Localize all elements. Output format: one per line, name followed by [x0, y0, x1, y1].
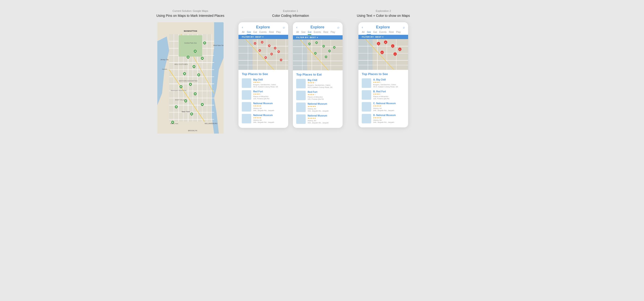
google-map-panel: Central Park Zoo MANHATTAN Jersey City W…: [157, 22, 224, 134]
phone-map-1: [238, 39, 288, 70]
page-container: Current Solution: Google Maps Using Pins…: [156, 10, 488, 134]
place-item-2-3: National Museum ★★★★★ History, Art 34A, …: [293, 101, 342, 113]
place-info-3-2: B. Red Fort ★★★★★ Places of Attraction 1…: [373, 90, 405, 100]
svg-point-106: [269, 45, 270, 46]
svg-point-112: [259, 50, 260, 51]
stars-1-4: ★★★★★: [253, 117, 285, 119]
svg-point-118: [278, 51, 279, 52]
svg-text:D: D: [399, 49, 400, 50]
nav-see-1[interactable]: See: [247, 31, 251, 35]
nav-eat-2[interactable]: Eat: [308, 31, 311, 35]
list-header-1: Top Places to See: [238, 70, 288, 77]
place-info-3-1: A. Big Chill ★★★★★ Burgers, Sandwiches, …: [373, 78, 405, 88]
place-info-1-2: Red Fort ★★★★★ Places of Attraction 120,…: [253, 90, 285, 100]
nav-1: All See Eat Events Rest Play: [238, 31, 288, 35]
nav-play-1[interactable]: Play: [276, 31, 280, 35]
nav-events-2[interactable]: Events: [314, 31, 321, 35]
nav-play-3[interactable]: Play: [396, 31, 400, 35]
nav-see-2[interactable]: See: [301, 31, 306, 35]
current-solution-column: Current Solution: Google Maps Using Pins…: [156, 10, 224, 134]
svg-point-49: [188, 57, 188, 58]
place-thumb-1-3: [242, 102, 251, 112]
nav-all-2[interactable]: All: [296, 31, 299, 35]
svg-point-82: [191, 113, 192, 115]
stars-1-3: ★★★★★: [253, 105, 285, 107]
filter-label-2: FILTER BY:: [296, 36, 309, 39]
search-button-2[interactable]: ⌕: [338, 25, 339, 29]
list-header-3: Top Places to See: [358, 70, 408, 77]
place-info-1-3: National Museum ★★★★★ History, Art 34A, …: [253, 102, 285, 112]
svg-point-121: [265, 57, 266, 58]
svg-text:MIDTOWN MANHATTAN: MIDTOWN MANHATTAN: [179, 80, 197, 82]
place-address-1-2: 120, Purana Qila Rd: [253, 98, 285, 100]
place-info-2-2: Red Fort ★★★★★ Places of Attraction 120,…: [308, 91, 339, 100]
svg-text:WILLIAMSBURG: WILLIAMSBURG: [205, 123, 218, 124]
svg-point-115: [271, 54, 272, 55]
nav-rest-3[interactable]: Rest: [389, 31, 394, 35]
nav-play-2[interactable]: Play: [330, 31, 335, 35]
place-info-2-1: Big Chill ★★★★★ Burgers, Sandwiches, Cak…: [308, 79, 339, 88]
place-name-2-4: National Museum: [308, 114, 339, 117]
svg-point-100: [254, 43, 256, 44]
phone-header-1: ‹ Explore ⌕: [238, 22, 288, 31]
filter-bar-1: FILTER BY: BEST ▾: [238, 35, 288, 39]
svg-point-67: [180, 86, 182, 87]
nav-all-1[interactable]: All: [242, 31, 244, 35]
place-address-3-4: 34A, Janpath Rd., Janpath: [373, 121, 405, 123]
place-tags-3-4: History, Art: [373, 119, 405, 121]
svg-point-52: [202, 58, 203, 59]
svg-point-46: [194, 51, 196, 52]
nav-rest-2[interactable]: Rest: [324, 31, 328, 35]
search-button-1[interactable]: ⌕: [283, 25, 285, 29]
nav-eat-1[interactable]: Eat: [254, 31, 257, 35]
place-item-1-2: Red Fort ★★★★★ Places of Attraction 120,…: [238, 89, 288, 101]
svg-text:F: F: [395, 54, 396, 55]
exploration2-subtitle: Exploration 2: [376, 10, 391, 12]
svg-text:E: E: [382, 52, 382, 53]
nav-3: All See Eat Events Rest Play: [358, 31, 408, 35]
exploration2-column: Exploration 2 Using Text + Color to show…: [357, 10, 410, 127]
place-name-1-4: National Museum: [253, 114, 285, 117]
explore-title-2: Explore: [298, 25, 338, 29]
place-tags-3-3: History, Art: [373, 107, 405, 109]
phone-exploration1-see: ‹ Explore ⌕ All See Eat Events Rest Play…: [238, 22, 288, 128]
place-address-1-4: 34A, Janpath Rd., Janpath: [253, 121, 285, 123]
phone-map-2: [293, 40, 342, 70]
svg-text:HELL'S KITCHEN: HELL'S KITCHEN: [174, 64, 188, 65]
phone-header-3: ‹ Explore ⌕: [358, 22, 408, 31]
stars-3-2: ★★★★★: [373, 93, 405, 95]
nav-events-3[interactable]: Events: [379, 31, 386, 35]
svg-text:BROOKLYN: BROOKLYN: [188, 130, 197, 131]
place-info-3-3: C. National Museum ★★★★★ History, Art 34…: [373, 102, 405, 112]
place-address-2-4: 34A, Janpath Rd., Janpath: [308, 122, 339, 124]
place-address-3-1: H5-5, Kailash Colony Read, GK: [373, 86, 405, 88]
place-item-2-1: Big Chill ★★★★★ Burgers, Sandwiches, Cak…: [293, 78, 342, 90]
svg-point-147: [315, 53, 316, 54]
stars-2-1: ★★★★★: [308, 82, 339, 84]
place-name-3-1: A. Big Chill: [373, 78, 405, 81]
place-info-3-4: D. National Museum ★★★★★ History, Art 34…: [373, 114, 405, 123]
place-item-3-4: D. National Museum ★★★★★ History, Art 34…: [358, 113, 408, 125]
nav-rest-1[interactable]: Rest: [269, 31, 274, 35]
place-tags-1-2: Places of Attraction: [253, 95, 285, 98]
nav-eat-3[interactable]: Eat: [373, 31, 377, 35]
nav-see-3[interactable]: See: [367, 31, 371, 35]
explore-title-3: Explore: [363, 25, 403, 29]
place-info-1-1: Big Chill ★★★★★ Burgers, Sandwiches, Cak…: [253, 78, 285, 88]
svg-rect-27: [179, 35, 202, 57]
nav-all-3[interactable]: All: [362, 31, 364, 35]
nav-events-1[interactable]: Events: [259, 31, 267, 35]
place-thumb-3-2: [362, 90, 371, 100]
svg-point-76: [202, 104, 203, 105]
place-address-2-3: 34A, Janpath Rd., Janpath: [308, 110, 339, 112]
phone-map-3: A B C D: [358, 39, 408, 70]
phone-exploration2: ‹ Explore ⌕ All See Eat Events Rest Play…: [358, 22, 408, 127]
place-thumb-1-2: [242, 90, 251, 100]
place-name-3-4: D. National Museum: [373, 114, 405, 117]
svg-point-55: [193, 66, 194, 67]
filter-label-1: FILTER BY:: [242, 36, 254, 38]
place-item-3-2: B. Red Fort ★★★★★ Places of Attraction 1…: [358, 89, 408, 101]
list-header-2: Top Places to Eat: [293, 70, 342, 78]
search-button-3[interactable]: ⌕: [403, 25, 405, 29]
svg-text:MANHATTAN: MANHATTAN: [184, 30, 197, 32]
